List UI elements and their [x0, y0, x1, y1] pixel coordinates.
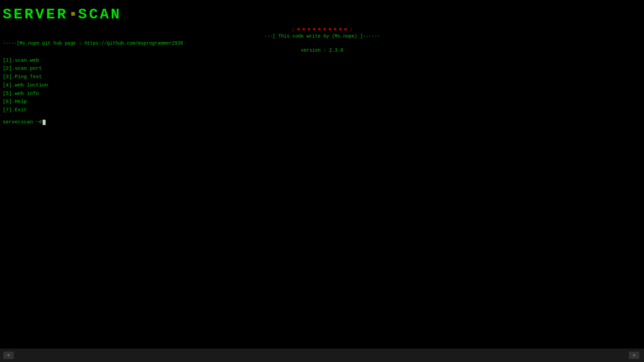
logo-part2: SCAN: [78, 7, 122, 22]
author-line: ---[ This code write by (Ms.nope) ]-----…: [3, 33, 641, 40]
menu-container: [1].scan web [2].scan port [3].Ping Test…: [3, 57, 641, 115]
subtitle-squares: ( ■ ■ ■ ■ ■ ■ ■ ■ ■ ■ ): [3, 26, 641, 33]
taskbar-forward-button[interactable]: >: [629, 352, 639, 359]
menu-item-5[interactable]: [5].web info: [3, 90, 641, 98]
menu-item-1[interactable]: [1].scan web: [3, 57, 641, 65]
taskbar-back-button[interactable]: <: [3, 352, 14, 359]
prompt-line[interactable]: serverscan ~#: [3, 119, 641, 126]
menu-item-2[interactable]: [2].scan port: [3, 65, 641, 73]
menu-item-7[interactable]: [7].Exit: [3, 106, 641, 115]
cursor-block: [43, 120, 46, 125]
terminal-window[interactable]: SERVER▪SCAN ( ■ ■ ■ ■ ■ ■ ■ ■ ■ ■ ) ---[…: [0, 0, 644, 349]
logo-container: SERVER▪SCAN: [3, 3, 641, 25]
logo-part1: SERVER: [3, 7, 68, 22]
taskbar: < >: [0, 349, 644, 362]
menu-item-4[interactable]: [4].web loction: [3, 81, 641, 90]
menu-item-3[interactable]: [3].Ping Test: [3, 73, 641, 81]
menu-item-6[interactable]: [6].Help: [3, 98, 641, 106]
logo-separator: ▪: [68, 3, 77, 25]
prompt-text: serverscan ~#: [3, 119, 42, 126]
github-line: -----[Ms.nope git hub page : https://git…: [3, 40, 641, 47]
version-line: version : 2.3.0: [3, 47, 641, 54]
